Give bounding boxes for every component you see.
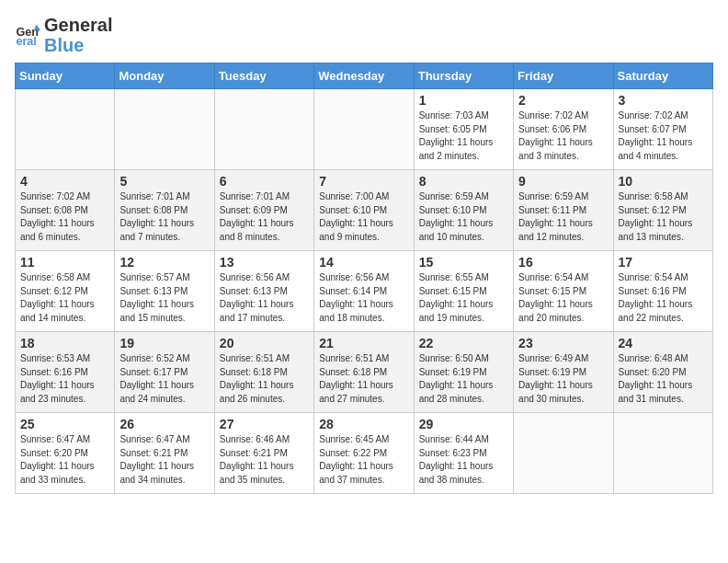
logo-text-line2: Blue — [44, 35, 112, 55]
logo-icon: Gen eral — [15, 22, 40, 48]
day-info: Sunrise: 6:58 AMSunset: 6:12 PMDaylight:… — [619, 190, 708, 244]
calendar-cell: 1Sunrise: 7:03 AMSunset: 6:05 PMDaylight… — [414, 89, 513, 170]
logo: Gen eral General Blue — [15, 15, 112, 55]
day-number: 9 — [518, 174, 608, 189]
calendar-cell: 4Sunrise: 7:02 AMSunset: 6:08 PMDaylight… — [16, 170, 115, 251]
day-number: 26 — [119, 417, 209, 431]
logo-text-line1: General — [44, 15, 112, 35]
day-header-monday: Monday — [115, 63, 214, 89]
calendar-cell — [613, 413, 712, 494]
calendar-cell: 6Sunrise: 7:01 AMSunset: 6:09 PMDaylight… — [214, 170, 313, 251]
day-info: Sunrise: 6:50 AMSunset: 6:19 PMDaylight:… — [419, 352, 508, 406]
day-number: 7 — [319, 174, 408, 189]
calendar-cell: 27Sunrise: 6:46 AMSunset: 6:21 PMDayligh… — [214, 413, 313, 494]
calendar-week-row: 18Sunrise: 6:53 AMSunset: 6:16 PMDayligh… — [16, 332, 713, 413]
day-info: Sunrise: 7:02 AMSunset: 6:06 PMDaylight:… — [518, 109, 608, 163]
calendar-cell: 19Sunrise: 6:52 AMSunset: 6:17 PMDayligh… — [115, 332, 214, 413]
day-number: 24 — [619, 336, 708, 350]
calendar-cell: 13Sunrise: 6:56 AMSunset: 6:13 PMDayligh… — [214, 251, 313, 332]
calendar-cell: 21Sunrise: 6:51 AMSunset: 6:18 PMDayligh… — [314, 332, 414, 413]
day-number: 11 — [20, 255, 109, 270]
day-info: Sunrise: 6:54 AMSunset: 6:16 PMDaylight:… — [619, 271, 708, 325]
day-info: Sunrise: 6:54 AMSunset: 6:15 PMDaylight:… — [518, 271, 608, 325]
calendar-cell: 14Sunrise: 6:56 AMSunset: 6:14 PMDayligh… — [314, 251, 414, 332]
day-info: Sunrise: 6:51 AMSunset: 6:18 PMDaylight:… — [319, 352, 408, 406]
day-number: 12 — [119, 255, 209, 270]
day-number: 17 — [619, 255, 708, 270]
day-info: Sunrise: 6:55 AMSunset: 6:15 PMDaylight:… — [419, 271, 508, 325]
day-info: Sunrise: 6:51 AMSunset: 6:18 PMDaylight:… — [220, 352, 309, 406]
calendar-week-row: 1Sunrise: 7:03 AMSunset: 6:05 PMDaylight… — [16, 89, 713, 170]
day-number: 18 — [20, 336, 109, 350]
day-info: Sunrise: 6:46 AMSunset: 6:21 PMDaylight:… — [220, 433, 309, 487]
day-number: 14 — [319, 255, 408, 270]
day-number: 21 — [319, 336, 408, 350]
day-number: 6 — [220, 174, 309, 189]
day-number: 15 — [419, 255, 508, 270]
calendar-cell: 17Sunrise: 6:54 AMSunset: 6:16 PMDayligh… — [613, 251, 712, 332]
day-info: Sunrise: 7:02 AMSunset: 6:07 PMDaylight:… — [619, 109, 708, 163]
day-header-tuesday: Tuesday — [214, 63, 313, 89]
calendar-cell: 15Sunrise: 6:55 AMSunset: 6:15 PMDayligh… — [414, 251, 513, 332]
calendar-table: SundayMondayTuesdayWednesdayThursdayFrid… — [15, 63, 713, 494]
calendar-cell: 29Sunrise: 6:44 AMSunset: 6:23 PMDayligh… — [414, 413, 513, 494]
calendar-cell: 3Sunrise: 7:02 AMSunset: 6:07 PMDaylight… — [613, 89, 712, 170]
calendar-cell: 8Sunrise: 6:59 AMSunset: 6:10 PMDaylight… — [414, 170, 513, 251]
calendar-cell: 23Sunrise: 6:49 AMSunset: 6:19 PMDayligh… — [514, 332, 613, 413]
day-header-friday: Friday — [514, 63, 613, 89]
calendar-week-row: 4Sunrise: 7:02 AMSunset: 6:08 PMDaylight… — [16, 170, 713, 251]
day-header-saturday: Saturday — [613, 63, 712, 89]
calendar-cell: 7Sunrise: 7:00 AMSunset: 6:10 PMDaylight… — [314, 170, 414, 251]
day-number: 10 — [619, 174, 708, 189]
day-info: Sunrise: 6:44 AMSunset: 6:23 PMDaylight:… — [419, 433, 508, 487]
day-info: Sunrise: 6:58 AMSunset: 6:12 PMDaylight:… — [20, 271, 109, 325]
calendar-cell: 26Sunrise: 6:47 AMSunset: 6:21 PMDayligh… — [115, 413, 214, 494]
day-number: 1 — [419, 93, 508, 108]
day-number: 22 — [419, 336, 508, 350]
svg-text:eral: eral — [16, 35, 36, 48]
day-number: 5 — [119, 174, 209, 189]
day-number: 3 — [619, 93, 708, 108]
day-info: Sunrise: 7:01 AMSunset: 6:09 PMDaylight:… — [220, 190, 309, 244]
calendar-cell: 22Sunrise: 6:50 AMSunset: 6:19 PMDayligh… — [414, 332, 513, 413]
calendar-week-row: 25Sunrise: 6:47 AMSunset: 6:20 PMDayligh… — [16, 413, 713, 494]
calendar-cell: 18Sunrise: 6:53 AMSunset: 6:16 PMDayligh… — [16, 332, 115, 413]
day-info: Sunrise: 7:00 AMSunset: 6:10 PMDaylight:… — [319, 190, 408, 244]
day-info: Sunrise: 7:02 AMSunset: 6:08 PMDaylight:… — [20, 190, 109, 244]
day-info: Sunrise: 6:47 AMSunset: 6:20 PMDaylight:… — [20, 433, 109, 487]
day-info: Sunrise: 6:56 AMSunset: 6:14 PMDaylight:… — [319, 271, 408, 325]
day-header-wednesday: Wednesday — [314, 63, 414, 89]
day-number: 28 — [319, 417, 408, 431]
calendar-cell: 25Sunrise: 6:47 AMSunset: 6:20 PMDayligh… — [16, 413, 115, 494]
calendar-cell — [514, 413, 613, 494]
calendar-cell — [115, 89, 214, 170]
day-number: 23 — [518, 336, 608, 350]
day-info: Sunrise: 6:53 AMSunset: 6:16 PMDaylight:… — [20, 352, 109, 406]
calendar-cell: 11Sunrise: 6:58 AMSunset: 6:12 PMDayligh… — [16, 251, 115, 332]
calendar-cell: 10Sunrise: 6:58 AMSunset: 6:12 PMDayligh… — [613, 170, 712, 251]
calendar-cell: 9Sunrise: 6:59 AMSunset: 6:11 PMDaylight… — [514, 170, 613, 251]
day-info: Sunrise: 6:56 AMSunset: 6:13 PMDaylight:… — [220, 271, 309, 325]
day-number: 13 — [220, 255, 309, 270]
day-info: Sunrise: 6:49 AMSunset: 6:19 PMDaylight:… — [518, 352, 608, 406]
calendar-cell: 20Sunrise: 6:51 AMSunset: 6:18 PMDayligh… — [214, 332, 313, 413]
calendar-cell: 16Sunrise: 6:54 AMSunset: 6:15 PMDayligh… — [514, 251, 613, 332]
day-number: 19 — [119, 336, 209, 350]
calendar-cell: 2Sunrise: 7:02 AMSunset: 6:06 PMDaylight… — [514, 89, 613, 170]
day-number: 29 — [419, 417, 508, 431]
calendar-cell: 12Sunrise: 6:57 AMSunset: 6:13 PMDayligh… — [115, 251, 214, 332]
day-number: 16 — [518, 255, 608, 270]
day-info: Sunrise: 6:57 AMSunset: 6:13 PMDaylight:… — [119, 271, 209, 325]
day-number: 20 — [220, 336, 309, 350]
day-number: 27 — [220, 417, 309, 431]
calendar-cell: 5Sunrise: 7:01 AMSunset: 6:08 PMDaylight… — [115, 170, 214, 251]
calendar-cell — [314, 89, 414, 170]
calendar-header-row: SundayMondayTuesdayWednesdayThursdayFrid… — [16, 63, 713, 89]
day-header-sunday: Sunday — [16, 63, 115, 89]
day-info: Sunrise: 6:47 AMSunset: 6:21 PMDaylight:… — [119, 433, 209, 487]
day-number: 25 — [20, 417, 109, 431]
calendar-cell — [16, 89, 115, 170]
day-info: Sunrise: 6:45 AMSunset: 6:22 PMDaylight:… — [319, 433, 408, 487]
day-info: Sunrise: 6:59 AMSunset: 6:10 PMDaylight:… — [419, 190, 508, 244]
day-info: Sunrise: 6:52 AMSunset: 6:17 PMDaylight:… — [119, 352, 209, 406]
